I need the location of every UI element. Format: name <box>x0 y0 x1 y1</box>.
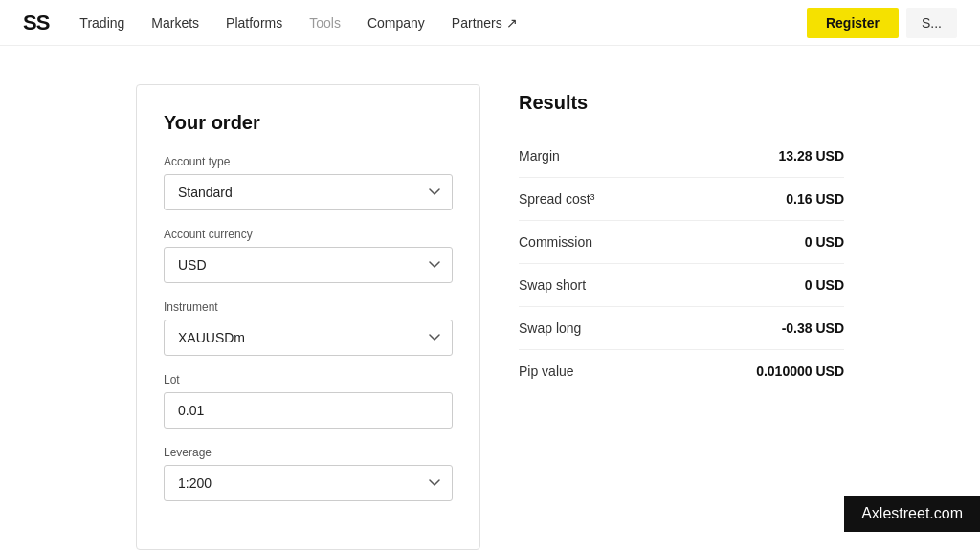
nav-partners[interactable]: Partners ↗ <box>452 15 518 31</box>
lot-input[interactable] <box>164 392 453 429</box>
result-margin: Margin 13.28 USD <box>519 135 844 178</box>
leverage-select[interactable]: 1:200 1:100 1:500 <box>164 465 453 501</box>
instrument-group: Instrument XAUUSDm EURUSD GBPUSD <box>164 300 453 356</box>
account-type-group: Account type Standard ECN Pro <box>164 155 453 210</box>
swap-short-label: Swap short <box>519 277 586 293</box>
margin-value: 13.28 USD <box>779 148 844 164</box>
result-spread: Spread cost³ 0.16 USD <box>519 178 844 221</box>
result-swap-long: Swap long -0.38 USD <box>519 307 844 350</box>
commission-value: 0 USD <box>805 234 844 250</box>
nav-tools[interactable]: Tools <box>309 15 341 31</box>
instrument-select[interactable]: XAUUSDm EURUSD GBPUSD <box>164 320 453 356</box>
signin-button[interactable]: S... <box>906 8 957 38</box>
order-panel: Your order Account type Standard ECN Pro… <box>136 84 480 550</box>
account-currency-label: Account currency <box>164 228 453 241</box>
account-type-label: Account type <box>164 155 453 168</box>
pip-value-value: 0.010000 USD <box>756 364 844 379</box>
nav-markets[interactable]: Markets <box>151 15 199 31</box>
leverage-group: Leverage 1:200 1:100 1:500 <box>164 446 453 501</box>
result-commission: Commission 0 USD <box>519 221 844 264</box>
account-currency-select[interactable]: USD EUR GBP <box>164 247 453 283</box>
margin-label: Margin <box>519 148 560 164</box>
leverage-label: Leverage <box>164 446 453 459</box>
result-pip-value: Pip value 0.010000 USD <box>519 350 844 392</box>
instrument-label: Instrument <box>164 300 453 314</box>
nav-company[interactable]: Company <box>368 15 425 31</box>
pip-value-label: Pip value <box>519 364 574 379</box>
main-content: Your order Account type Standard ECN Pro… <box>59 46 921 551</box>
order-panel-title: Your order <box>164 112 453 134</box>
nav-trading[interactable]: Trading <box>79 15 124 31</box>
register-button[interactable]: Register <box>807 8 899 38</box>
results-panel-title: Results <box>519 92 844 114</box>
nav-platforms[interactable]: Platforms <box>226 15 282 31</box>
spread-label: Spread cost³ <box>519 191 594 207</box>
swap-long-label: Swap long <box>519 320 581 336</box>
account-type-select[interactable]: Standard ECN Pro <box>164 174 453 210</box>
lot-label: Lot <box>164 373 453 386</box>
lot-group: Lot <box>164 373 453 429</box>
results-panel: Results Margin 13.28 USD Spread cost³ 0.… <box>519 84 844 550</box>
commission-label: Commission <box>519 234 592 250</box>
navbar: SS Trading Markets Platforms Tools Compa… <box>0 0 980 46</box>
watermark: Axlestreet.com <box>844 496 980 532</box>
spread-value: 0.16 USD <box>786 191 844 207</box>
account-currency-group: Account currency USD EUR GBP <box>164 228 453 283</box>
nav-links: Trading Markets Platforms Tools Company … <box>79 15 807 31</box>
swap-long-value: -0.38 USD <box>782 320 844 336</box>
brand-logo: SS <box>23 11 49 35</box>
result-swap-short: Swap short 0 USD <box>519 264 844 307</box>
swap-short-value: 0 USD <box>805 277 844 293</box>
